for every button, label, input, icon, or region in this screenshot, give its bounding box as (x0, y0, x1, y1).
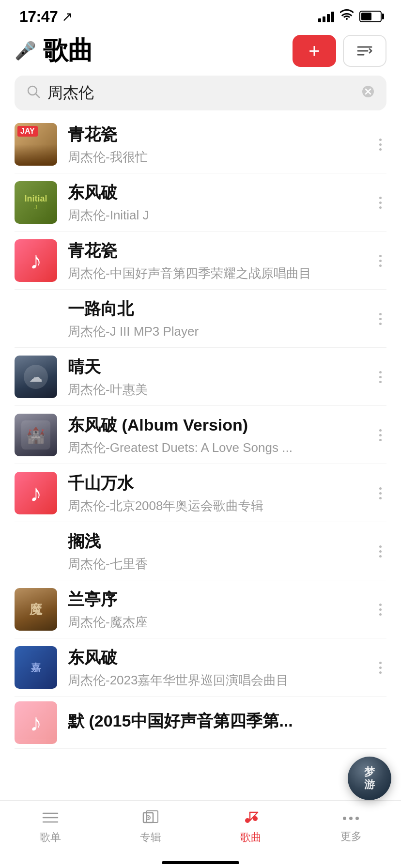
song-title: 默 (2015中国好声音第四季第... (68, 710, 386, 732)
music-note-icon: ♪ (30, 247, 42, 275)
lanting-icon: 魔 (30, 601, 42, 618)
home-indicator (162, 861, 239, 864)
song-item[interactable]: ♪ 青花瓷 周杰伦-中国好声音第四季荣耀之战原唱曲目 (0, 232, 401, 290)
sort-button[interactable] (343, 35, 386, 67)
nav-item-songs[interactable]: 歌曲 (200, 801, 301, 853)
signal-bar-4 (331, 12, 334, 22)
sort-icon (356, 42, 373, 60)
song-info: 晴天 周杰伦-叶惠美 (68, 356, 364, 398)
song-info: 东风破 周杰伦-2023嘉年华世界巡回演唱会曲目 (68, 647, 364, 689)
song-list: JAY 青花瓷 周杰伦-我很忙 Initial J 东风破 周杰伦-Ini (0, 115, 401, 749)
album-art: 魔 (15, 588, 57, 631)
song-info: 兰亭序 周杰伦-魔杰座 (68, 589, 364, 631)
more-button[interactable] (374, 192, 386, 214)
song-item[interactable]: ☁ 晴天 周杰伦-叶惠美 (0, 348, 401, 406)
album-art: ☁ (15, 356, 57, 398)
song-item[interactable]: ♪ 默 (2015中国好声音第四季第... (0, 697, 401, 749)
song-title: 搁浅 (68, 530, 364, 553)
more-button[interactable] (374, 134, 386, 155)
location-icon: ↗ (62, 9, 73, 25)
signal-bar-2 (323, 16, 325, 22)
more-button[interactable] (374, 541, 386, 562)
battery-icon (359, 11, 382, 22)
song-title: 千山万水 (68, 472, 364, 495)
add-button[interactable]: + (293, 35, 336, 67)
song-artist: 周杰伦-七里香 (68, 556, 364, 573)
song-item[interactable]: 搁浅 周杰伦-七里香 (0, 522, 401, 580)
song-info: 东风破 周杰伦-Initial J (68, 182, 364, 224)
songs-nav-icon (242, 810, 260, 827)
song-artist: 周杰伦-魔杰座 (68, 614, 364, 631)
album-art: ♪ (15, 472, 57, 514)
more-nav-icon (343, 811, 359, 826)
more-button[interactable] (374, 657, 386, 679)
album-art: Initial J (15, 181, 57, 224)
song-item[interactable]: 魔 兰亭序 周杰伦-魔杰座 (0, 580, 401, 638)
song-title: 东风破 (68, 647, 364, 669)
search-clear-button[interactable] (361, 84, 375, 102)
status-icons (318, 9, 382, 24)
more-button[interactable] (374, 599, 386, 620)
album-art: ♪ (15, 239, 57, 282)
song-artist: 周杰伦-Greatest Duets: A Love Songs ... (68, 439, 364, 456)
song-info: 千山万水 周杰伦-北京2008年奥运会歌曲专辑 (68, 472, 364, 514)
song-item[interactable]: 🏰 东风破 (Album Version) 周杰伦-Greatest Duets… (0, 406, 401, 464)
song-item[interactable]: 一路向北 周杰伦-J III MP3 Player (0, 290, 401, 348)
nav-label-songs: 歌曲 (240, 830, 262, 845)
song-title: 一路向北 (68, 298, 364, 320)
song-title: 青花瓷 (68, 124, 364, 146)
now-playing-mini[interactable]: 梦游 (348, 757, 391, 800)
music-note-icon: ♪ (30, 709, 42, 737)
now-playing-label: 梦游 (364, 766, 375, 791)
nav-item-more[interactable]: 更多 (301, 801, 401, 853)
more-button[interactable] (374, 482, 386, 504)
song-artist: 周杰伦-叶惠美 (68, 381, 364, 398)
more-button[interactable] (374, 424, 386, 446)
svg-point-14 (147, 817, 149, 818)
song-title: 晴天 (68, 356, 364, 378)
nav-label-more: 更多 (340, 829, 362, 844)
album-art: ♪ (15, 701, 57, 744)
microphone-icon: 🎤 (15, 41, 36, 61)
signal-bar-1 (318, 18, 321, 22)
nav-item-album[interactable]: 专辑 (100, 801, 200, 853)
search-input[interactable] (47, 84, 355, 102)
album-nav-icon (141, 810, 160, 827)
song-title: 东风破 (Album Version) (68, 414, 364, 436)
song-title: 青花瓷 (68, 240, 364, 262)
song-item[interactable]: JAY 青花瓷 周杰伦-我很忙 (0, 115, 401, 173)
song-artist: 周杰伦-J III MP3 Player (68, 323, 364, 340)
song-info: 搁浅 周杰伦-七里香 (68, 530, 364, 573)
more-button[interactable] (374, 366, 386, 388)
song-item[interactable]: 嘉 东风破 周杰伦-2023嘉年华世界巡回演唱会曲目 (0, 638, 401, 697)
song-title: 兰亭序 (68, 589, 364, 611)
song-info: 一路向北 周杰伦-J III MP3 Player (68, 298, 364, 340)
search-bar[interactable] (15, 76, 386, 110)
nav-label-album: 专辑 (140, 830, 161, 845)
song-artist: 周杰伦-北京2008年奥运会歌曲专辑 (68, 497, 364, 514)
signal-bar-3 (327, 14, 330, 22)
bottom-nav: 歌单 专辑 歌曲 更 (0, 800, 401, 868)
song-item[interactable]: ♪ 千山万水 周杰伦-北京2008年奥运会歌曲专辑 (0, 464, 401, 522)
battery-fill (361, 13, 371, 20)
jay-label: JAY (17, 126, 38, 137)
no-album-art (15, 297, 57, 340)
playlist-icon (41, 810, 60, 827)
now-playing-art: 梦游 (348, 757, 391, 800)
wifi-icon (340, 9, 354, 24)
song-artist: 周杰伦-中国好声音第四季荣耀之战原唱曲目 (68, 265, 364, 282)
nav-item-playlist[interactable]: 歌单 (0, 801, 100, 853)
svg-point-15 (245, 818, 250, 823)
song-title: 东风破 (68, 182, 364, 204)
page-title: 歌曲 (43, 34, 286, 68)
status-bar: 17:47 ↗ (0, 0, 401, 29)
album-art: 🏰 (15, 414, 57, 456)
svg-line-4 (36, 93, 40, 97)
carnival-icon: 嘉 (31, 661, 41, 674)
more-button[interactable] (374, 308, 386, 330)
song-info: 青花瓷 周杰伦-我很忙 (68, 124, 364, 166)
initial-text: Initial J (24, 194, 47, 211)
more-button[interactable] (374, 250, 386, 272)
song-artist: 周杰伦-2023嘉年华世界巡回演唱会曲目 (68, 672, 364, 689)
song-item[interactable]: Initial J 东风破 周杰伦-Initial J (0, 173, 401, 232)
